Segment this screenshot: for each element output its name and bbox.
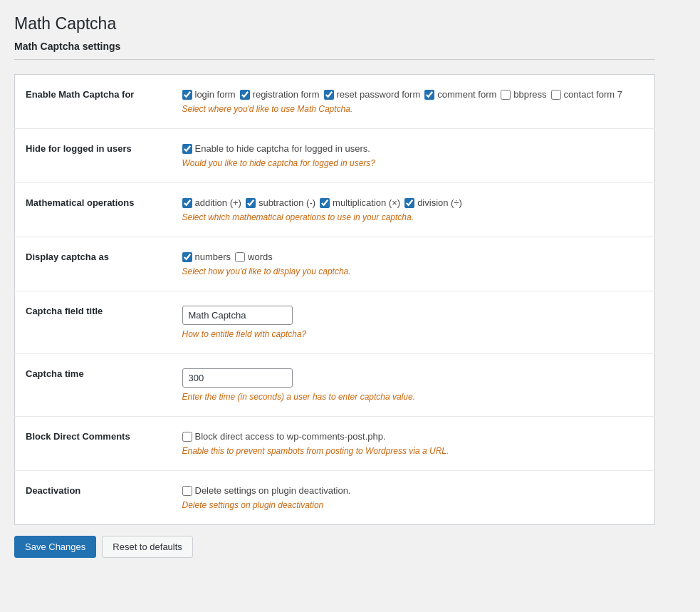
reset-button[interactable]: Reset to defaults bbox=[102, 536, 193, 558]
checkbox-text-block-direct-comments: Block direct access to wp-comments-post.… bbox=[195, 431, 386, 442]
checkbox-text-contact-form-7: contact form 7 bbox=[564, 89, 622, 100]
row-content-hide-logged: Enable to hide captcha for logged in use… bbox=[172, 129, 655, 183]
checkbox-delete-on-deactivation[interactable] bbox=[182, 486, 192, 496]
save-button[interactable]: Save Changes bbox=[14, 536, 96, 558]
checkbox-text-addition: addition (+) bbox=[195, 197, 241, 208]
checkbox-label-registration[interactable]: registration form bbox=[240, 89, 320, 100]
hint-captcha-time: Enter the time (in seconds) a user has t… bbox=[182, 392, 644, 402]
checkbox-bbpress[interactable] bbox=[501, 90, 511, 100]
settings-row-enable-for: Enable Math Captcha forlogin formregistr… bbox=[15, 75, 655, 129]
checkbox-text-comment: comment form bbox=[437, 89, 496, 100]
checkbox-text-division: division (÷) bbox=[417, 197, 462, 208]
checkbox-label-subtraction[interactable]: subtraction (-) bbox=[246, 197, 315, 208]
settings-row-block-direct: Block Direct CommentsBlock direct access… bbox=[15, 417, 655, 471]
checkbox-text-numbers: numbers bbox=[195, 251, 231, 262]
row-label-field-title: Captcha field title bbox=[15, 291, 172, 354]
settings-row-field-title: Captcha field titleHow to entitle field … bbox=[15, 291, 655, 354]
checkbox-group-enable-for: login formregistration formreset passwor… bbox=[182, 89, 644, 100]
settings-row-deactivation: DeactivationDelete settings on plugin de… bbox=[15, 471, 655, 525]
hint-math-ops: Select which mathematical operations to … bbox=[182, 212, 644, 222]
checkbox-group-block-direct: Block direct access to wp-comments-post.… bbox=[182, 431, 644, 442]
checkbox-label-reset-password[interactable]: reset password form bbox=[324, 89, 421, 100]
checkbox-text-reset-password: reset password form bbox=[337, 89, 421, 100]
row-content-field-title: How to entitle field with captcha? bbox=[172, 291, 655, 354]
hint-deactivation: Delete settings on plugin deactivation bbox=[182, 500, 644, 510]
checkbox-label-numbers[interactable]: numbers bbox=[182, 251, 231, 262]
row-label-display-as: Display captcha as bbox=[15, 237, 172, 291]
checkbox-text-registration: registration form bbox=[253, 89, 320, 100]
checkbox-block-direct-comments[interactable] bbox=[182, 432, 192, 442]
checkbox-text-subtraction: subtraction (-) bbox=[258, 197, 315, 208]
row-content-deactivation: Delete settings on plugin deactivation.D… bbox=[172, 471, 655, 525]
actions-row: Save Changes Reset to defaults bbox=[14, 525, 655, 569]
checkbox-label-hide-logged-in[interactable]: Enable to hide captcha for logged in use… bbox=[182, 143, 370, 154]
checkbox-words[interactable] bbox=[235, 252, 245, 262]
page-title: Math Captcha bbox=[14, 14, 655, 33]
row-content-display-as: numberswordsSelect how you'd like to dis… bbox=[172, 237, 655, 291]
row-label-math-ops: Mathematical operations bbox=[15, 183, 172, 237]
row-label-deactivation: Deactivation bbox=[15, 471, 172, 525]
checkbox-division[interactable] bbox=[404, 198, 414, 208]
row-content-math-ops: addition (+)subtraction (-)multiplicatio… bbox=[172, 183, 655, 237]
settings-row-math-ops: Mathematical operationsaddition (+)subtr… bbox=[15, 183, 655, 237]
input-field-title[interactable] bbox=[182, 306, 293, 325]
checkbox-group-display-as: numberswords bbox=[182, 251, 644, 262]
checkbox-text-delete-on-deactivation: Delete settings on plugin deactivation. bbox=[195, 485, 351, 496]
settings-table: Enable Math Captcha forlogin formregistr… bbox=[14, 74, 655, 525]
row-label-hide-logged: Hide for logged in users bbox=[15, 129, 172, 183]
checkbox-numbers[interactable] bbox=[182, 252, 192, 262]
checkbox-label-multiplication[interactable]: multiplication (×) bbox=[320, 197, 400, 208]
checkbox-reset-password[interactable] bbox=[324, 90, 334, 100]
hint-field-title: How to entitle field with captcha? bbox=[182, 329, 644, 339]
checkbox-text-hide-logged-in: Enable to hide captcha for logged in use… bbox=[195, 143, 370, 154]
settings-row-hide-logged: Hide for logged in usersEnable to hide c… bbox=[15, 129, 655, 183]
checkbox-text-login: login form bbox=[195, 89, 236, 100]
checkbox-label-words[interactable]: words bbox=[235, 251, 273, 262]
checkbox-registration[interactable] bbox=[240, 90, 250, 100]
hint-enable-for: Select where you'd like to use Math Capt… bbox=[182, 104, 644, 114]
checkbox-group-math-ops: addition (+)subtraction (-)multiplicatio… bbox=[182, 197, 644, 208]
hint-hide-logged: Would you like to hide captcha for logge… bbox=[182, 158, 644, 168]
row-label-enable-for: Enable Math Captcha for bbox=[15, 75, 172, 129]
row-label-captcha-time: Captcha time bbox=[15, 354, 172, 417]
hint-display-as: Select how you'd like to display you cap… bbox=[182, 266, 644, 276]
row-label-block-direct: Block Direct Comments bbox=[15, 417, 172, 471]
row-content-captcha-time: Enter the time (in seconds) a user has t… bbox=[172, 354, 655, 417]
row-content-block-direct: Block direct access to wp-comments-post.… bbox=[172, 417, 655, 471]
checkbox-addition[interactable] bbox=[182, 198, 192, 208]
hint-block-direct: Enable this to prevent spambots from pos… bbox=[182, 446, 644, 456]
checkbox-contact-form-7[interactable] bbox=[551, 90, 561, 100]
input-captcha-time[interactable] bbox=[182, 368, 293, 388]
checkbox-label-contact-form-7[interactable]: contact form 7 bbox=[551, 89, 622, 100]
checkbox-comment[interactable] bbox=[424, 90, 434, 100]
row-content-enable-for: login formregistration formreset passwor… bbox=[172, 75, 655, 129]
checkbox-label-addition[interactable]: addition (+) bbox=[182, 197, 241, 208]
checkbox-subtraction[interactable] bbox=[246, 198, 256, 208]
checkbox-label-block-direct-comments[interactable]: Block direct access to wp-comments-post.… bbox=[182, 431, 386, 442]
settings-row-display-as: Display captcha asnumberswordsSelect how… bbox=[15, 237, 655, 291]
checkbox-hide-logged-in[interactable] bbox=[182, 144, 192, 154]
checkbox-text-words: words bbox=[248, 251, 273, 262]
checkbox-text-multiplication: multiplication (×) bbox=[333, 197, 400, 208]
checkbox-label-division[interactable]: division (÷) bbox=[404, 197, 462, 208]
checkbox-label-bbpress[interactable]: bbpress bbox=[501, 89, 546, 100]
checkbox-group-hide-logged: Enable to hide captcha for logged in use… bbox=[182, 143, 644, 154]
checkbox-label-delete-on-deactivation[interactable]: Delete settings on plugin deactivation. bbox=[182, 485, 351, 496]
checkbox-multiplication[interactable] bbox=[320, 198, 330, 208]
settings-row-captcha-time: Captcha timeEnter the time (in seconds) … bbox=[15, 354, 655, 417]
checkbox-login[interactable] bbox=[182, 90, 192, 100]
checkbox-group-deactivation: Delete settings on plugin deactivation. bbox=[182, 485, 644, 496]
checkbox-text-bbpress: bbpress bbox=[513, 89, 546, 100]
page-subtitle: Math Captcha settings bbox=[14, 41, 655, 60]
checkbox-label-login[interactable]: login form bbox=[182, 89, 236, 100]
checkbox-label-comment[interactable]: comment form bbox=[424, 89, 496, 100]
